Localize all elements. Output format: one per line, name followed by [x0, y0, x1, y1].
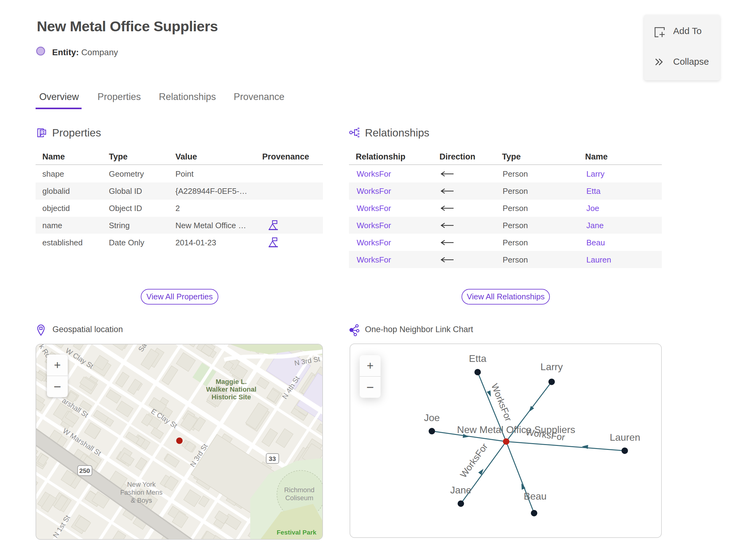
svg-text:Maggie L.: Maggie L.	[216, 378, 247, 385]
svg-text:33: 33	[269, 455, 276, 462]
svg-text:& Boys: & Boys	[131, 497, 152, 504]
svg-text:New York: New York	[127, 481, 156, 488]
svg-text:Larry: Larry	[540, 361, 563, 372]
svg-text:Richmond: Richmond	[284, 486, 314, 494]
svg-text:Jane: Jane	[450, 485, 471, 496]
svg-text:WorksFor: WorksFor	[489, 382, 514, 423]
svg-text:250: 250	[79, 467, 90, 474]
svg-text:Joe: Joe	[424, 412, 440, 423]
svg-text:WorksFor: WorksFor	[458, 441, 490, 479]
svg-text:Festival Park: Festival Park	[277, 529, 316, 536]
svg-text:Fashion Mens: Fashion Mens	[120, 489, 163, 496]
svg-text:Lauren: Lauren	[610, 432, 640, 443]
svg-text:Etta: Etta	[469, 353, 486, 364]
svg-text:Coliseum: Coliseum	[285, 494, 313, 502]
svg-text:Historic Site: Historic Site	[212, 393, 251, 401]
svg-text:Walker National: Walker National	[206, 385, 256, 393]
svg-text:Beau: Beau	[524, 491, 547, 502]
